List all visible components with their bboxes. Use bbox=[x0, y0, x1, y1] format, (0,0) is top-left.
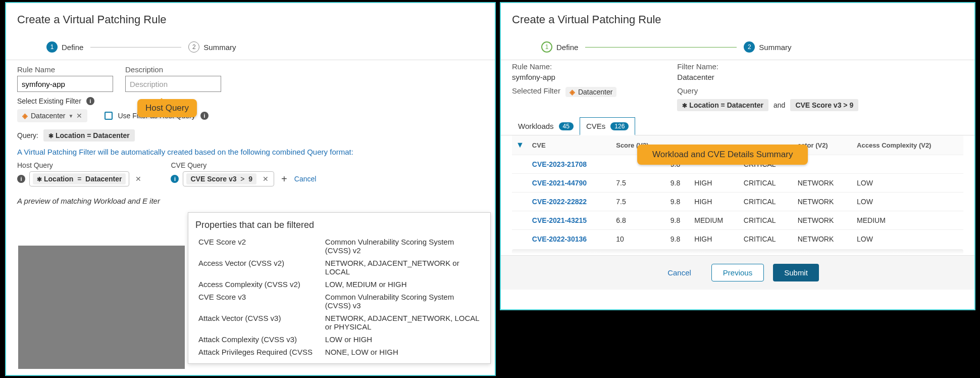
prop-key[interactable]: Attack Complexity (CVSS v3) bbox=[195, 333, 322, 346]
prop-val: NONE, LOW or HIGH bbox=[322, 346, 483, 358]
workloads-count-badge: 45 bbox=[559, 122, 574, 130]
prop-val: Common Vulnerability Scoring System (CVS… bbox=[322, 291, 483, 312]
info-icon[interactable]: i bbox=[86, 97, 94, 105]
use-filter-checkbox[interactable] bbox=[105, 112, 113, 120]
cve-query-op: > bbox=[240, 175, 244, 183]
prop-key[interactable]: CVE Score v2 bbox=[195, 235, 322, 257]
cancel-link[interactable]: Cancel bbox=[294, 175, 317, 183]
summary-panel: Create a Virtual Patching Rule 1 Define … bbox=[500, 2, 975, 310]
callout-host-query: Host Query bbox=[137, 99, 197, 117]
query-label: Query: bbox=[17, 131, 38, 139]
filter-name-value: Datacenter bbox=[677, 73, 858, 81]
prop-key[interactable]: CVE Score v3 bbox=[195, 291, 322, 312]
prop-val: LOW, MEDIUM or HIGH bbox=[322, 278, 483, 291]
add-token-icon[interactable]: + bbox=[278, 173, 290, 185]
auto-create-note: A Virtual Patching Filter will be automa… bbox=[17, 146, 484, 158]
prop-key[interactable]: Access Complexity (CVSS v2) bbox=[195, 278, 322, 291]
prop-key[interactable]: Attack Privileges Required (CVSS bbox=[195, 346, 322, 358]
cve-link[interactable]: CVE-2021-44790 bbox=[532, 179, 587, 187]
table-row[interactable]: CVE-2021-432156.89.8MEDIUMCRITICALNETWOR… bbox=[512, 211, 963, 230]
selected-filter-label: Selected Filter bbox=[512, 86, 560, 95]
prop-val: NETWORK, ADJACENT_NETWORK or LOCAL bbox=[322, 257, 483, 278]
step-1-circle[interactable]: 1 bbox=[46, 41, 58, 53]
page-title: Create a Virtual Patching Rule bbox=[17, 13, 484, 26]
cve-query-field: CVE Score v3 bbox=[190, 175, 236, 183]
page-title: Create a Virtual Patching Rule bbox=[512, 13, 963, 26]
col-cve[interactable]: CVE bbox=[528, 135, 612, 155]
step-2-circle[interactable]: 2 bbox=[188, 41, 199, 53]
define-panel: Create a Virtual Patching Rule 1 Define … bbox=[5, 2, 496, 376]
table-row[interactable]: CVE-2022-228227.59.8HIGHCRITICALNETWORKL… bbox=[512, 193, 963, 211]
info-icon[interactable]: i bbox=[200, 112, 209, 120]
table-row[interactable]: CVE-2022-30136109.8HIGHCRITICALNETWORKLO… bbox=[512, 230, 963, 249]
select-existing-filter-label: Select Existing Filter bbox=[17, 97, 81, 105]
tab-label: Workloads bbox=[518, 122, 554, 130]
query-pill-2: CVE Score v3 > 9 bbox=[795, 101, 853, 109]
query-label: Query bbox=[677, 86, 858, 95]
chevron-down-icon: ▼ bbox=[68, 113, 73, 119]
cve-link[interactable]: CVE-2021-43215 bbox=[532, 216, 587, 224]
host-query-label: Host Query bbox=[17, 161, 143, 169]
cube-icon: ◈ bbox=[22, 112, 28, 120]
remove-host-token-icon[interactable]: ✕ bbox=[133, 175, 143, 183]
rule-name-label: Rule Name bbox=[17, 65, 113, 74]
properties-dropdown[interactable]: Properties that can be filtered CVE Scor… bbox=[188, 212, 491, 364]
step-line bbox=[90, 47, 181, 48]
horizontal-scrollbar[interactable] bbox=[512, 249, 963, 254]
step-line bbox=[585, 47, 737, 48]
cve-link[interactable]: CVE-2022-22822 bbox=[532, 198, 587, 206]
cube-icon: ◈ bbox=[570, 88, 575, 96]
step-1-label: Define bbox=[556, 43, 578, 52]
preview-note: A preview of matching Workload and E ite… bbox=[17, 197, 484, 205]
info-icon[interactable]: i bbox=[171, 175, 179, 183]
remove-cve-token-icon[interactable]: ✕ bbox=[261, 175, 271, 183]
prop-key[interactable]: Access Vector (CVSS v2) bbox=[195, 257, 322, 278]
query-pill-1: Location = Datacenter bbox=[682, 101, 763, 109]
prop-key[interactable]: Attack Vector (CVSS v3) bbox=[195, 312, 322, 333]
host-query-token[interactable]: Location = Datacenter bbox=[29, 171, 129, 186]
description-label: Description bbox=[125, 65, 221, 74]
previous-button[interactable]: Previous bbox=[711, 264, 764, 281]
cancel-button[interactable]: Cancel bbox=[656, 264, 702, 281]
callout-summary: Workload and CVE Details Summary bbox=[637, 145, 808, 165]
stepper: 1 Define 2 Summary bbox=[501, 38, 974, 60]
prop-val: LOW or HIGH bbox=[322, 333, 483, 346]
step-1-circle[interactable]: 1 bbox=[541, 41, 552, 53]
dropdown-title: Properties that can be filtered bbox=[195, 220, 483, 230]
table-row[interactable]: CVE-2021-447907.59.8HIGHCRITICALNETWORKL… bbox=[512, 174, 963, 193]
footer-bar: Cancel Previous Submit bbox=[501, 255, 974, 290]
cve-query-val: 9 bbox=[248, 175, 252, 183]
step-2-label: Summary bbox=[203, 43, 236, 52]
col-complexity-v2[interactable]: Access Complexity (V2) bbox=[853, 135, 963, 155]
description-input[interactable] bbox=[125, 76, 221, 92]
rule-name-input[interactable] bbox=[17, 76, 113, 92]
prop-val: Common Vulnerability Scoring System (CVS… bbox=[322, 235, 483, 257]
submit-button[interactable]: Submit bbox=[773, 264, 819, 281]
step-2-circle[interactable]: 2 bbox=[744, 41, 755, 53]
filter-chip-label: Datacenter bbox=[31, 112, 65, 120]
tab-workloads[interactable]: Workloads 45 bbox=[512, 117, 580, 135]
stepper: 1 Define 2 Summary bbox=[6, 38, 495, 60]
filter-icon[interactable]: ▼ bbox=[516, 140, 524, 149]
host-query-val: Datacenter bbox=[85, 175, 122, 183]
cve-link[interactable]: CVE-2023-21708 bbox=[532, 160, 587, 168]
preview-placeholder bbox=[18, 246, 185, 369]
tab-cves[interactable]: CVEs 126 bbox=[580, 117, 635, 135]
step-1-label: Define bbox=[62, 43, 83, 52]
host-query-op: = bbox=[77, 175, 81, 183]
step-2-label: Summary bbox=[759, 43, 791, 52]
info-icon[interactable]: i bbox=[17, 175, 25, 183]
cve-link[interactable]: CVE-2022-30136 bbox=[532, 235, 587, 243]
cve-query-token[interactable]: CVE Score v3 > 9 ✕ bbox=[183, 171, 274, 186]
tab-label: CVEs bbox=[586, 122, 605, 130]
cve-query-label: CVE Query bbox=[171, 161, 316, 169]
clear-filter-icon[interactable]: ✕ bbox=[76, 112, 82, 120]
query-text: Location = Datacenter bbox=[48, 131, 130, 139]
rule-name-label: Rule Name: bbox=[512, 62, 616, 71]
selected-filter-value: Datacenter bbox=[578, 88, 612, 96]
filter-chip[interactable]: ◈ Datacenter ▼ ✕ bbox=[17, 109, 87, 122]
query-pill: Location = Datacenter bbox=[43, 129, 135, 141]
selected-filter-chip[interactable]: ◈ Datacenter bbox=[565, 87, 616, 97]
query-and: and bbox=[773, 101, 785, 109]
properties-table: CVE Score v2Common Vulnerability Scoring… bbox=[195, 235, 483, 358]
